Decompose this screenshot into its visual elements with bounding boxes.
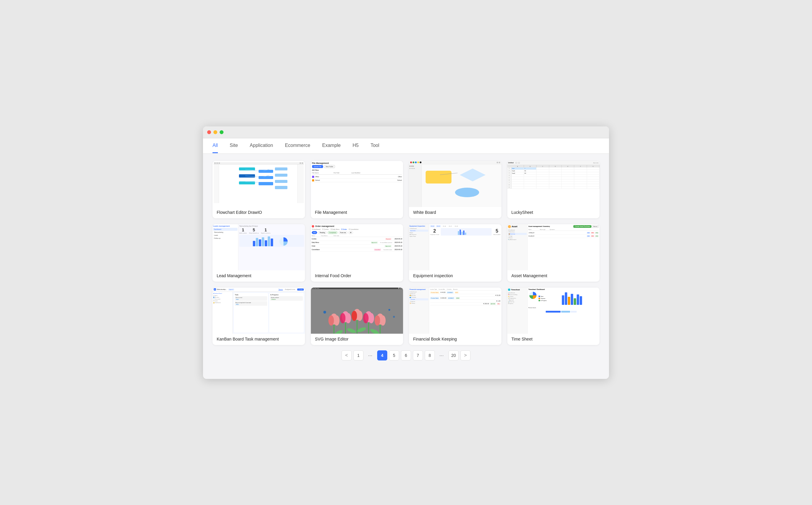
asset-refresh-btn[interactable]: Refresh	[592, 225, 599, 228]
tab-all[interactable]: All	[213, 139, 218, 153]
wb-tool	[497, 162, 498, 163]
card-luckysheet[interactable]: Untitled Automatic ABC DEF G	[507, 161, 600, 218]
maximize-button[interactable]	[220, 130, 224, 134]
tab-h5[interactable]: H5	[352, 139, 358, 153]
eq-nav-spareparts[interactable]: Spare Parts	[410, 235, 428, 237]
fo-tab-fromme[interactable]: From me	[338, 231, 347, 234]
fo-tab-pending[interactable]: Pending	[318, 231, 326, 234]
fo-row-3[interactable]: Cancellation Cancelled Cancelled waiter …	[312, 248, 402, 251]
fin-amount-2: ¥ 200.00	[441, 297, 446, 299]
lead-chart	[239, 235, 304, 247]
svg-point-42	[374, 315, 380, 325]
kb-create-btn[interactable]: + Create	[297, 289, 303, 291]
card-preview-kanban: W Web develop... Sprint 1 Teams Assigned…	[213, 288, 305, 334]
card-filemanager[interactable]: File Management Upload File New Folder A…	[311, 161, 403, 218]
card-label-asset: Asset Management	[507, 270, 600, 282]
close-button[interactable]	[207, 130, 211, 134]
pagination-page-6[interactable]: 6	[401, 350, 411, 360]
pagination-page-5[interactable]: 5	[389, 350, 399, 360]
card-kanban[interactable]: W Web develop... Sprint 1 Teams Assigned…	[213, 288, 305, 345]
card-preview-filemanager: File Management Upload File New Folder A…	[311, 161, 403, 207]
lead-stat-1: 5	[249, 227, 259, 232]
fo-tab-all[interactable]: All	[348, 231, 353, 234]
tab-example[interactable]: Example	[322, 139, 341, 153]
kb-tab-teams[interactable]: Teams	[278, 289, 283, 290]
lead-nav-dashboard[interactable]: Dashboard	[213, 228, 238, 231]
lead-nav-followup[interactable]: Follow-up	[213, 237, 238, 240]
wb-left-panel: 形状面板	[409, 164, 422, 207]
svg-rect-58	[561, 311, 570, 313]
eq-nav-inspection[interactable]: Inspection	[410, 229, 428, 232]
minimize-button[interactable]	[213, 130, 217, 134]
card-flowchart[interactable]: Flowchart Editor DrawIO	[213, 161, 305, 218]
lead-stat-label-2: Signed customers	[261, 232, 270, 234]
wb-color-green	[413, 162, 414, 163]
fo-logo-icon	[312, 225, 314, 227]
lead-nav-telemarketing[interactable]: Telemarketing	[213, 231, 238, 234]
pagination-dots-2: ···	[437, 350, 447, 360]
fo-status-2: Approved	[384, 245, 391, 247]
svg-rect-8	[259, 239, 261, 246]
card-whiteboard[interactable]: 形状面板	[409, 161, 501, 218]
card-equipment[interactable]: Equipment Inspection ⊙ Dashboard Inspect…	[409, 224, 501, 282]
pagination-page-20[interactable]: 20	[449, 350, 459, 360]
asset-subtitle: Asset management / Inventory	[528, 225, 550, 227]
fin-row-3[interactable]: ¥ 1.00	[430, 300, 500, 303]
svg-point-44	[323, 311, 326, 313]
card-finance[interactable]: Financial management ⊙ Dashboard 📋 Recor…	[409, 288, 501, 345]
card-label-svgeditor: SVG Image Editor	[311, 334, 403, 345]
wb-tool2	[499, 162, 500, 163]
fin-row-4[interactable]: ¥ 200.00 ACTIVE DEL	[430, 303, 500, 306]
tab-site[interactable]: Site	[230, 139, 238, 153]
asset-create-btn[interactable]: Create Asset Purchase	[573, 225, 591, 228]
tab-tool[interactable]: Tool	[371, 139, 379, 153]
wb-color-red	[410, 162, 412, 163]
fin-row-1[interactable]: ¥ 31.00	[430, 294, 500, 297]
svg-rect-14	[458, 231, 459, 235]
tabs-bar: All Site Application Ecommerce Example H…	[203, 138, 609, 154]
tab-ecommerce[interactable]: Ecommerce	[285, 139, 310, 153]
fin-amount-3: ¥ 1.00	[496, 300, 501, 302]
fo-tab-completed[interactable]: Completed	[327, 231, 338, 234]
asset-icon	[508, 225, 511, 228]
pagination-page-1[interactable]: 1	[353, 350, 363, 360]
kb-tab-assigned[interactable]: Assigned to me	[285, 289, 295, 290]
wb-shape-oval	[455, 188, 479, 197]
fm-col-modified: Last Modified	[351, 172, 360, 174]
fm-upload-btn[interactable]: Upload File	[312, 165, 323, 168]
fin-row-0[interactable]: Product Sales ¥ 44.00 CONTACT EDIT	[430, 291, 500, 294]
fo-tab-add[interactable]: Add	[312, 231, 317, 234]
fin-row-2[interactable]: Product Sales ¥ 200.00 CONTACT VIEW	[430, 297, 500, 300]
lead-nav-leads[interactable]: Leads	[213, 234, 238, 237]
fm-name-1: School	[315, 179, 393, 181]
svg-rect-18	[465, 232, 466, 235]
card-preview-timesheet: Timesheet ⊙ Dashboard ⏰ Hours booking 📁 …	[507, 288, 600, 334]
fm-folder-icon-0	[312, 176, 314, 178]
fm-newfolder-btn[interactable]: New Folder	[324, 165, 335, 168]
pagination-page-7[interactable]: 7	[413, 350, 423, 360]
fo-date-0: 2023-05-19	[394, 238, 402, 240]
wb-color-yellow	[417, 162, 419, 163]
card-preview-svgeditor: File Edit View...	[311, 288, 403, 334]
pagination-prev[interactable]: <	[341, 350, 352, 360]
card-foodorder[interactable]: Order management ☰ Dashboard ☰ Combo ☰ D…	[311, 224, 403, 282]
svg-line-4	[263, 175, 269, 177]
fm-row-0[interactable]: Office Office	[312, 175, 402, 179]
pagination-next[interactable]: >	[460, 350, 471, 360]
pagination-page-8[interactable]: 8	[425, 350, 435, 360]
card-timesheet[interactable]: Timesheet ⊙ Dashboard ⏰ Hours booking 📁 …	[507, 288, 600, 345]
eq-nav-repair[interactable]: Repair	[410, 232, 428, 233]
card-asset[interactable]: Asset ⊙ Dashboard ☐ Work Item 📦 Inventor…	[507, 224, 600, 282]
asset-title: Asset	[512, 225, 517, 227]
fo-row-0[interactable]: Combo Rejected 2023-05-19	[312, 237, 402, 241]
card-svgeditor[interactable]: File Edit View...	[311, 288, 403, 345]
fm-path-1: School	[397, 179, 402, 181]
fin-badge-2: Product Sales	[430, 297, 439, 299]
eq-nav-maintenance[interactable]: Maintenance	[410, 234, 428, 235]
fm-row-1[interactable]: School School	[312, 179, 402, 182]
card-lead[interactable]: Leads management Dashboard Telemarketing…	[213, 224, 305, 282]
pagination-page-4[interactable]: 4	[377, 350, 387, 360]
fo-row-2[interactable]: Order Approved 2023-05-19	[312, 244, 402, 248]
fo-row-1[interactable]: Daily Menu Approved In cancellation proc…	[312, 241, 402, 244]
tab-application[interactable]: Application	[250, 139, 273, 153]
